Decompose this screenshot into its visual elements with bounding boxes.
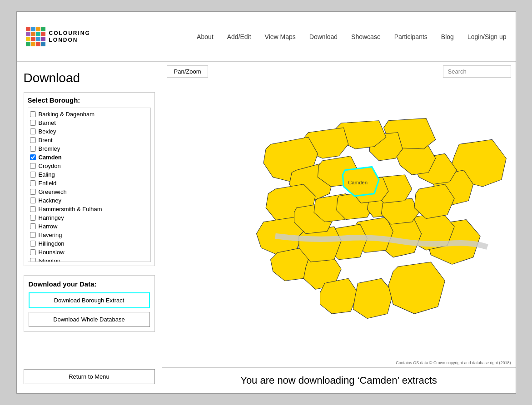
list-item[interactable]: Bromley (30, 144, 149, 153)
borough-section-title: Select Borough: (28, 96, 151, 104)
borough-checkbox[interactable] (30, 154, 36, 160)
logo-text: COLOURING LONDON (49, 30, 90, 43)
borough-sutton (320, 278, 358, 314)
borough-label: Harringey (39, 214, 64, 221)
nav-item-add-edit[interactable]: Add/Edit (227, 33, 251, 40)
list-item[interactable]: Barnet (30, 119, 149, 127)
borough-checkbox[interactable] (30, 146, 36, 152)
borough-label: Croydon (39, 163, 61, 169)
nav-item-login-sign-up[interactable]: Login/Sign up (467, 33, 507, 40)
logo-cell (26, 32, 30, 36)
borough-checkbox[interactable] (30, 137, 36, 143)
map-container[interactable]: Camden Contains OS data © Crown copyrigh… (162, 81, 516, 367)
return-to-menu-button[interactable]: Return to Menu (24, 369, 155, 384)
logo-cell (26, 42, 30, 46)
logo-cell (41, 32, 45, 36)
borough-checkbox[interactable] (30, 232, 36, 238)
download-status: You are now downloading ‘Camden’ extract… (162, 367, 516, 393)
borough-checkbox[interactable] (30, 128, 36, 134)
borough-checkbox[interactable] (30, 258, 36, 262)
borough-label: Hounslow (39, 249, 65, 256)
logo-cell (31, 32, 35, 36)
logo-line1: COLOURING (49, 30, 90, 36)
borough-checkbox[interactable] (30, 120, 36, 126)
download-whole-button[interactable]: Download Whole Database (29, 312, 150, 327)
logo-cell (41, 37, 45, 41)
borough-section: Select Borough: Barking & DagenhamBarnet… (24, 92, 155, 266)
list-item[interactable]: Hackney (30, 196, 149, 205)
list-item[interactable]: Havering (30, 231, 149, 239)
borough-checkbox[interactable] (30, 215, 36, 221)
map-copyright: Contains OS data © Crown copyright and d… (396, 361, 511, 365)
search-input[interactable] (443, 65, 511, 78)
nav-item-download[interactable]: Download (309, 33, 338, 40)
borough-checkbox[interactable] (30, 249, 36, 255)
map-toolbar: Pan/Zoom (162, 62, 516, 81)
borough-checkbox[interactable] (30, 111, 36, 117)
borough-label: Hammersmith & Fulham (39, 206, 102, 212)
borough-checkbox[interactable] (30, 172, 36, 178)
borough-checkbox[interactable] (30, 198, 36, 203)
borough-checkbox[interactable] (30, 223, 36, 229)
list-item[interactable]: Harringey (30, 213, 149, 222)
nav-item-view-maps[interactable]: View Maps (265, 33, 296, 40)
status-text: You are now downloading ‘Camden’ extract… (240, 375, 437, 386)
list-item[interactable]: Bexley (30, 127, 149, 136)
map-area: Pan/Zoom (162, 62, 516, 393)
borough-label: Islington (39, 257, 60, 262)
list-item[interactable]: Camden (30, 153, 149, 162)
sidebar: Download Select Borough: Barking & Dagen… (17, 62, 162, 393)
logo-cell (26, 37, 30, 41)
list-item[interactable]: Brent (30, 136, 149, 144)
list-item[interactable]: Ealing (30, 170, 149, 179)
borough-label: Bromley (39, 145, 60, 152)
borough-checkbox[interactable] (30, 163, 36, 169)
main-layout: Download Select Borough: Barking & Dagen… (17, 62, 516, 393)
logo-cell (36, 42, 40, 46)
borough-label: Enfield (39, 180, 57, 187)
logo-grid (26, 27, 45, 46)
list-item[interactable]: Greenwich (30, 188, 149, 196)
borough-checkbox[interactable] (30, 189, 36, 195)
logo-cell (41, 27, 45, 31)
borough-label: Brent (39, 137, 53, 143)
page-title: Download (24, 71, 155, 85)
logo-cell (36, 32, 40, 36)
list-item[interactable]: Barking & Dagenham (30, 110, 149, 119)
nav-item-about[interactable]: About (197, 33, 214, 40)
download-section: Download your Data: Download Borough Ext… (24, 275, 155, 332)
borough-checkbox[interactable] (30, 241, 36, 247)
borough-label: Barking & Dagenham (39, 111, 95, 118)
logo-cell (36, 27, 40, 31)
nav-item-blog[interactable]: Blog (441, 33, 454, 40)
borough-list[interactable]: Barking & DagenhamBarnetBexleyBrentBroml… (28, 108, 151, 262)
borough-label: Havering (39, 232, 62, 238)
list-item[interactable]: Hillingdon (30, 239, 149, 248)
download-section-title: Download your Data: (29, 280, 150, 288)
list-item[interactable]: Harrow (30, 222, 149, 231)
borough-label: Harrow (39, 223, 58, 230)
borough-label: Ealing (39, 171, 55, 178)
list-item[interactable]: Islington (30, 257, 149, 262)
borough-checkbox[interactable] (30, 180, 36, 186)
list-item[interactable]: Hounslow (30, 248, 149, 257)
pan-zoom-button[interactable]: Pan/Zoom (167, 65, 209, 78)
download-borough-button[interactable]: Download Borough Extract (29, 292, 150, 308)
map-svg: Camden (162, 81, 516, 367)
header: COLOURING LONDON AboutAdd/EditView MapsD… (17, 12, 516, 62)
list-item[interactable]: Croydon (30, 162, 149, 170)
nav-item-showcase[interactable]: Showcase (351, 33, 381, 40)
nav-item-participants[interactable]: Participants (394, 33, 428, 40)
borough-checkbox[interactable] (30, 206, 36, 212)
logo-cell (31, 37, 35, 41)
logo-line2: LONDON (49, 37, 90, 43)
borough-bromley (388, 262, 444, 314)
app-container: COLOURING LONDON AboutAdd/EditView MapsD… (16, 11, 516, 394)
list-item[interactable]: Hammersmith & Fulham (30, 205, 149, 213)
borough-croydon (353, 278, 393, 318)
borough-label: Hillingdon (39, 240, 65, 247)
logo-area: COLOURING LONDON (26, 27, 90, 46)
borough-newham (414, 184, 454, 219)
camden-label: Camden (348, 180, 367, 185)
list-item[interactable]: Enfield (30, 179, 149, 188)
